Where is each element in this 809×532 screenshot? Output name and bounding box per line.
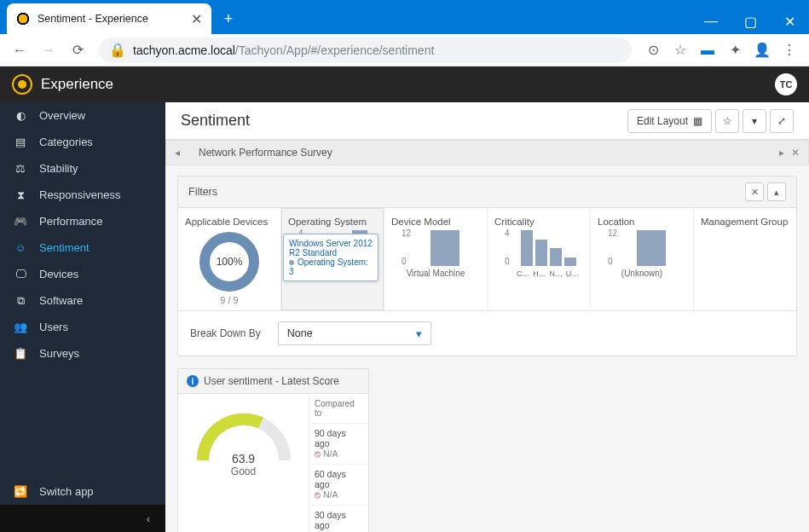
sidebar-item-label: Sentiment — [39, 241, 90, 254]
breakdown-label: Break Down By — [190, 327, 261, 339]
sidebar-item-label: Software — [39, 294, 83, 307]
monitor-icon: 🖵 — [14, 268, 27, 280]
collapse-panel-button[interactable]: ▴ — [767, 182, 786, 201]
sidebar-item-label: Surveys — [39, 347, 79, 360]
extensions-icon[interactable]: ✦ — [722, 38, 748, 63]
comparison-row: 30 days agoN/A — [309, 506, 368, 532]
window-minimize-icon[interactable]: ― — [691, 9, 731, 34]
edit-layout-button[interactable]: Edit Layout▦ — [627, 109, 712, 133]
main-content: Sentiment Edit Layout▦ ☆ ▾ ⤢ ◂ Network P… — [165, 102, 809, 532]
window-close-icon[interactable]: ✕ — [770, 9, 809, 34]
sidebar-item-categories[interactable]: ▤Categories — [0, 129, 165, 155]
stack-icon: ⧉ — [14, 294, 27, 308]
bar-label: Virtual Machine — [391, 269, 480, 278]
sidebar-item-label: Responsiveness — [39, 188, 120, 201]
nav-forward-icon[interactable]: → — [36, 38, 61, 63]
address-bar[interactable]: 🔒 tachyon.acme.local/Tachyon/App/#/exper… — [99, 38, 632, 63]
chart-tooltip: Windows Server 2012 R2 Standard Operatin… — [283, 234, 378, 281]
window-maximize-icon[interactable]: ▢ — [731, 9, 770, 34]
hourglass-icon: ⧗ — [14, 188, 27, 202]
edit-layout-label: Edit Layout — [637, 115, 688, 127]
survey-selector-bar: ◂ Network Performance Survey ▸ ✕ — [165, 140, 809, 165]
survey-next-icon[interactable]: ▸ — [779, 147, 784, 159]
sidebar-item-overview[interactable]: ◐Overview — [0, 102, 165, 129]
user-avatar[interactable]: TC — [775, 73, 797, 95]
comparison-header: Compared to — [309, 394, 368, 424]
filter-title: Management Group — [701, 217, 789, 227]
filter-card-criticality[interactable]: Criticality 40 CriticalHighNon-...Und... — [488, 208, 591, 310]
chevron-left-icon: ‹ — [147, 512, 150, 525]
sidebar-item-stability[interactable]: ⚖Stability — [0, 155, 165, 182]
filter-title: Criticality — [494, 217, 583, 227]
filters-title: Filters — [188, 186, 217, 198]
list-icon: ▤ — [14, 136, 27, 148]
sidebar-item-surveys[interactable]: 📋Surveys — [0, 340, 165, 367]
browser-tab[interactable]: Sentiment - Experience ✕ — [7, 3, 211, 34]
page-title: Sentiment — [181, 112, 250, 130]
comparison-row: 60 days agoN/A — [309, 465, 368, 506]
sidebar-item-sentiment[interactable]: ☺Sentiment — [0, 234, 165, 261]
app-title: Experience — [41, 76, 113, 93]
page-header: Sentiment Edit Layout▦ ☆ ▾ ⤢ — [165, 102, 809, 140]
filters-panel: Filters ✕ ▴ Applicable Devices 100% 9 / … — [177, 176, 797, 356]
info-icon[interactable]: i — [187, 375, 199, 387]
comparison-column: Compared to 90 days agoN/A 60 days agoN/… — [309, 394, 368, 532]
chevron-down-icon: ▾ — [416, 327, 422, 340]
sidebar-item-responsiveness[interactable]: ⧗Responsiveness — [0, 182, 165, 208]
new-tab-button[interactable]: + — [217, 7, 240, 31]
nav-reload-icon[interactable]: ⟳ — [65, 38, 90, 63]
filter-card-operating-system[interactable]: Operating System 40 Win...Win... Windows… — [281, 208, 384, 310]
switch-app-label: Switch app — [39, 485, 94, 498]
filter-title: Location — [598, 217, 686, 227]
sentiment-gauge-panel: i User sentiment - Latest Score 63.9 — [177, 368, 369, 532]
sidebar-item-label: Performance — [39, 215, 102, 228]
breakdown-row: Break Down By None ▾ — [178, 310, 796, 356]
favicon — [15, 11, 31, 26]
sidebar-item-devices[interactable]: 🖵Devices — [0, 261, 165, 287]
gauge-title: User sentiment - Latest Score — [204, 375, 339, 387]
users-icon: 👥 — [14, 321, 27, 333]
favorite-button[interactable]: ☆ — [715, 109, 739, 133]
filters-panel-header: Filters ✕ ▴ — [178, 176, 796, 208]
filter-title: Applicable Devices — [185, 217, 274, 227]
profile-icon[interactable]: 👤 — [749, 38, 775, 63]
tab-close-icon[interactable]: ✕ — [189, 12, 203, 26]
sidebar-item-label: Categories — [39, 136, 93, 148]
tooltip-line1: Windows Server 2012 R2 Standard — [289, 239, 373, 257]
filter-title: Device Model — [391, 217, 480, 227]
location-bar-chart: 120 (Unknown) — [598, 228, 686, 278]
sidebar-collapse-button[interactable]: ‹ — [0, 505, 165, 532]
sidebar-item-users[interactable]: 👥Users — [0, 314, 165, 340]
tooltip-line2: Operating System: 3 — [289, 257, 368, 276]
clipboard-icon: 📋 — [14, 347, 27, 360]
chat-icon[interactable]: ▬ — [695, 38, 720, 63]
survey-prev-icon[interactable]: ◂ — [175, 147, 187, 159]
sidebar-item-label: Devices — [39, 268, 78, 280]
nav-back-icon[interactable]: ← — [7, 38, 32, 63]
sidebar-item-software[interactable]: ⧉Software — [0, 287, 165, 314]
sidebar-item-performance[interactable]: 🎮Performance — [0, 208, 165, 234]
lock-icon: 🔒 — [109, 42, 126, 58]
breakdown-select[interactable]: None ▾ — [278, 321, 431, 345]
tab-title: Sentiment - Experience — [38, 13, 189, 25]
fullscreen-button[interactable]: ⤢ — [770, 109, 794, 133]
filter-card-applicable-devices[interactable]: Applicable Devices 100% 9 / 9 — [178, 208, 281, 310]
app-header: Experience TC — [0, 66, 809, 102]
filter-title: Operating System — [288, 217, 377, 227]
gauge-icon: 🎮 — [14, 215, 27, 228]
survey-close-icon[interactable]: ✕ — [791, 147, 800, 159]
browser-toolbar: ← → ⟳ 🔒 tachyon.acme.local/Tachyon/App/#… — [0, 34, 809, 66]
sidebar-item-label: Overview — [39, 109, 85, 122]
switch-app-button[interactable]: 🔁Switch app — [0, 478, 165, 505]
filter-card-management-group[interactable]: Management Group — [694, 208, 796, 310]
bookmark-star-icon[interactable]: ☆ — [667, 38, 693, 63]
search-in-page-icon[interactable]: ⊙ — [640, 38, 666, 63]
sidebar-item-label: Users — [39, 321, 68, 333]
dropdown-button[interactable]: ▾ — [743, 109, 766, 133]
filter-card-location[interactable]: Location 120 (Unknown) — [591, 208, 694, 310]
browser-menu-icon[interactable]: ⋮ — [777, 38, 802, 63]
clear-filters-button[interactable]: ✕ — [745, 182, 764, 201]
filter-card-device-model[interactable]: Device Model 120 Virtual Machine — [384, 208, 488, 310]
model-bar-chart: 120 Virtual Machine — [391, 228, 480, 278]
url-text: tachyon.acme.local/Tachyon/App/#/experie… — [133, 43, 434, 57]
